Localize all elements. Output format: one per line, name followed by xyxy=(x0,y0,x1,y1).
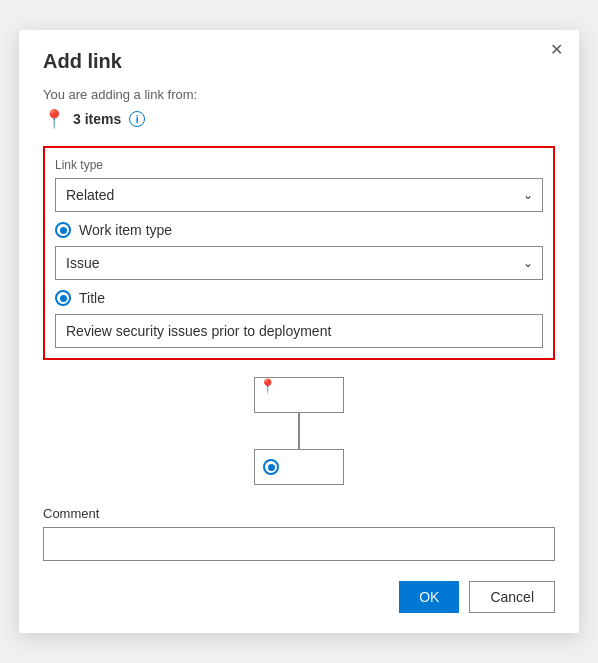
comment-input[interactable] xyxy=(43,527,555,561)
diagram-area: 📍 xyxy=(43,376,555,486)
cancel-button[interactable]: Cancel xyxy=(469,581,555,613)
work-item-type-radio[interactable] xyxy=(55,222,71,238)
work-item-type-select[interactable]: Issue Epic Feature Task Bug xyxy=(55,246,543,280)
info-icon[interactable]: i xyxy=(129,111,145,127)
footer-buttons: OK Cancel xyxy=(43,581,555,613)
comment-label: Comment xyxy=(43,506,555,521)
comment-section: Comment xyxy=(43,506,555,561)
v-line-top xyxy=(298,413,300,431)
items-row: 📍 3 items i xyxy=(43,108,555,130)
link-type-label: Link type xyxy=(55,158,543,172)
work-item-type-select-wrapper: Issue Epic Feature Task Bug ⌄ xyxy=(55,246,543,280)
add-link-dialog: ✕ Add link You are adding a link from: 📍… xyxy=(19,30,579,633)
radio-inner xyxy=(60,227,67,234)
diagram-radio-icon xyxy=(263,459,279,475)
work-item-type-label: Work item type xyxy=(79,222,172,238)
close-button[interactable]: ✕ xyxy=(550,42,563,58)
diagram-pin-icon: 📍 xyxy=(259,378,276,394)
dialog-title: Add link xyxy=(43,50,555,73)
diagram-top-box: 📍 xyxy=(254,377,344,413)
title-radio[interactable] xyxy=(55,290,71,306)
link-type-select[interactable]: Related Duplicate Successor Predecessor xyxy=(55,178,543,212)
link-type-section: Link type Related Duplicate Successor Pr… xyxy=(43,146,555,360)
title-input[interactable] xyxy=(55,314,543,348)
title-label: Title xyxy=(79,290,105,306)
diagram-radio-inner xyxy=(268,464,275,471)
title-row: Title xyxy=(55,290,543,306)
ok-button[interactable]: OK xyxy=(399,581,459,613)
v-line-bottom xyxy=(298,431,300,449)
diagram-bottom-box xyxy=(254,449,344,485)
adding-from-label: You are adding a link from: xyxy=(43,87,555,102)
diagram-connector xyxy=(298,413,300,449)
work-item-type-row: Work item type xyxy=(55,222,543,238)
diagram-source-box: 📍 xyxy=(254,377,344,413)
diagram-target-box xyxy=(254,449,344,485)
title-radio-inner xyxy=(60,295,67,302)
items-count: 3 items xyxy=(73,111,121,127)
link-type-select-wrapper: Related Duplicate Successor Predecessor … xyxy=(55,178,543,212)
pin-icon: 📍 xyxy=(43,108,65,130)
diagram-container: 📍 xyxy=(254,377,344,485)
